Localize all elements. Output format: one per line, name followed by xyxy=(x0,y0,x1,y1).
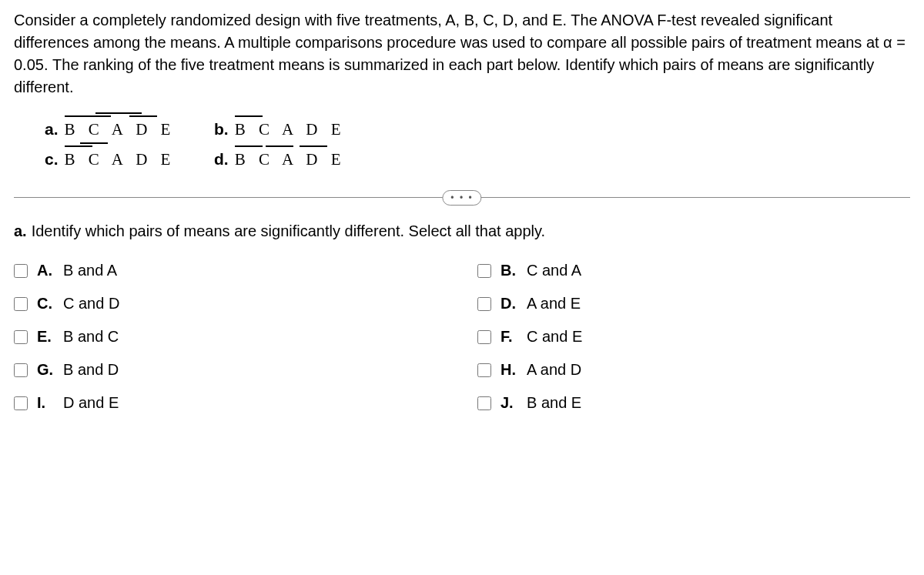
part-d-label: d. xyxy=(214,150,229,169)
option-h-letter: H. xyxy=(500,361,524,379)
option-f-checkbox[interactable] xyxy=(477,330,491,344)
option-e-text: B and C xyxy=(63,328,119,346)
option-c-checkbox[interactable] xyxy=(14,297,28,311)
expand-icon[interactable]: • • • xyxy=(442,190,481,206)
option-c: C. C and D xyxy=(14,295,447,313)
option-g: G. B and D xyxy=(14,361,447,379)
option-a-checkbox[interactable] xyxy=(14,264,28,278)
option-g-letter: G. xyxy=(37,361,60,379)
option-i-text: D and E xyxy=(63,394,119,412)
option-b-checkbox[interactable] xyxy=(477,264,491,278)
option-h: H. A and D xyxy=(477,361,910,379)
option-e-checkbox[interactable] xyxy=(14,330,28,344)
part-b-label: b. xyxy=(214,120,229,139)
option-d-checkbox[interactable] xyxy=(477,297,491,311)
option-j-letter: J. xyxy=(500,394,524,412)
part-a-label: a. xyxy=(45,120,59,139)
option-f-letter: F. xyxy=(500,328,524,346)
part-c-means: B C A D E xyxy=(65,150,176,169)
option-j-text: B and E xyxy=(527,394,581,412)
option-i: I. D and E xyxy=(14,394,447,412)
part-d: d. B C A D E xyxy=(214,150,383,169)
option-i-letter: I. xyxy=(37,394,60,412)
option-g-text: B and D xyxy=(63,361,119,379)
part-a: a. B C A D E xyxy=(45,120,214,139)
part-a-means: B C A D E xyxy=(65,120,176,139)
option-a-letter: A. xyxy=(37,262,60,279)
option-a-text: B and A xyxy=(63,262,117,279)
option-f: F. C and E xyxy=(477,328,910,346)
part-c: c. B C A D E xyxy=(45,150,214,169)
option-h-text: A and D xyxy=(527,361,581,379)
option-a: A. B and A xyxy=(14,262,447,279)
options-grid: A. B and A B. C and A C. C and D D. A an… xyxy=(14,262,910,412)
option-b-letter: B. xyxy=(500,262,524,279)
part-d-means: B C A D E xyxy=(235,150,346,169)
option-d-letter: D. xyxy=(500,295,524,313)
part-c-label: c. xyxy=(45,150,59,169)
parts-grid: a. B C A D E b. B C A D E c. B C A D E d… xyxy=(45,120,910,169)
option-b-text: C and A xyxy=(527,262,581,279)
question-text: Consider a completely randomized design … xyxy=(14,9,910,99)
option-e-letter: E. xyxy=(37,328,60,346)
option-j-checkbox[interactable] xyxy=(477,396,491,410)
option-f-text: C and E xyxy=(527,328,582,346)
sub-question-a: a.Identify which pairs of means are sign… xyxy=(14,222,910,240)
sub-question-label: a. xyxy=(14,222,27,239)
option-d: D. A and E xyxy=(477,295,910,313)
option-b: B. C and A xyxy=(477,262,910,279)
option-h-checkbox[interactable] xyxy=(477,363,491,377)
option-c-letter: C. xyxy=(37,295,60,313)
option-i-checkbox[interactable] xyxy=(14,396,28,410)
section-divider: • • • xyxy=(14,197,910,198)
option-c-text: C and D xyxy=(63,295,119,313)
part-b-means: B C A D E xyxy=(235,120,346,139)
option-j: J. B and E xyxy=(477,394,910,412)
option-g-checkbox[interactable] xyxy=(14,363,28,377)
part-b: b. B C A D E xyxy=(214,120,383,139)
sub-question-text: Identify which pairs of means are signif… xyxy=(32,222,545,239)
option-e: E. B and C xyxy=(14,328,447,346)
option-d-text: A and E xyxy=(527,295,581,313)
